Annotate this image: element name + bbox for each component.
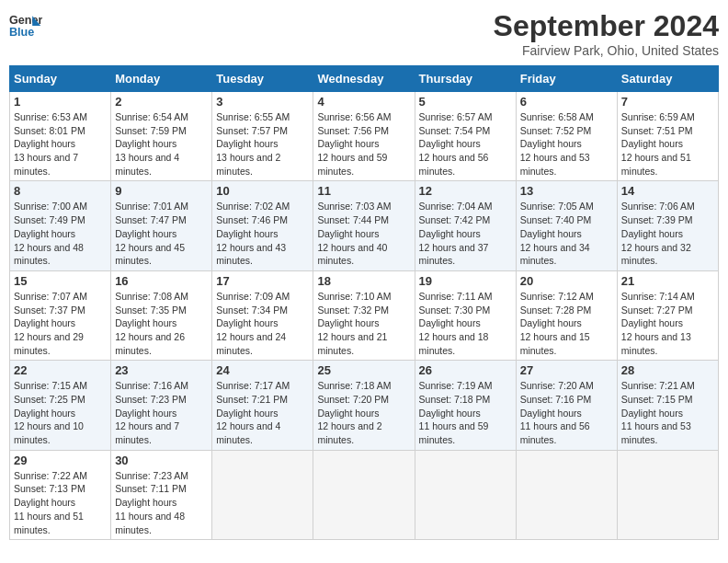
calendar-cell: 8Sunrise: 7:00 AMSunset: 7:49 PMDaylight… xyxy=(10,181,111,270)
calendar-cell: 1Sunrise: 6:53 AMSunset: 8:01 PMDaylight… xyxy=(10,92,111,181)
day-info: Sunrise: 7:10 AMSunset: 7:32 PMDaylight … xyxy=(317,290,410,357)
day-info: Sunrise: 7:14 AMSunset: 7:27 PMDaylight … xyxy=(621,290,714,357)
day-number: 6 xyxy=(520,95,613,109)
calendar-cell xyxy=(313,450,415,539)
calendar-cell: 27Sunrise: 7:20 AMSunset: 7:16 PMDayligh… xyxy=(516,361,617,450)
day-number: 26 xyxy=(419,363,512,377)
day-number: 14 xyxy=(621,184,714,198)
day-info: Sunrise: 7:16 AMSunset: 7:23 PMDaylight … xyxy=(115,379,208,446)
calendar-cell: 5Sunrise: 6:57 AMSunset: 7:54 PMDaylight… xyxy=(415,92,516,181)
calendar-cell: 20Sunrise: 7:12 AMSunset: 7:28 PMDayligh… xyxy=(516,270,617,360)
day-number: 16 xyxy=(115,274,208,288)
calendar-cell: 9Sunrise: 7:01 AMSunset: 7:47 PMDaylight… xyxy=(111,181,212,270)
day-number: 13 xyxy=(520,184,613,198)
svg-text:Blue: Blue xyxy=(9,26,34,39)
day-number: 17 xyxy=(216,274,309,288)
day-number: 15 xyxy=(14,274,107,288)
day-info: Sunrise: 6:57 AMSunset: 7:54 PMDaylight … xyxy=(419,110,512,178)
calendar-cell: 15Sunrise: 7:07 AMSunset: 7:37 PMDayligh… xyxy=(10,270,111,360)
day-header-thursday: Thursday xyxy=(415,66,516,92)
calendar-cell xyxy=(415,450,516,539)
calendar-cell: 3Sunrise: 6:55 AMSunset: 7:57 PMDaylight… xyxy=(212,92,313,181)
day-info: Sunrise: 7:12 AMSunset: 7:28 PMDaylight … xyxy=(520,290,613,357)
day-header-tuesday: Tuesday xyxy=(212,66,313,92)
day-info: Sunrise: 7:03 AMSunset: 7:44 PMDaylight … xyxy=(317,200,410,267)
page-header: General Blue September 2024 Fairview Par… xyxy=(9,9,719,58)
title-section: September 2024 Fairview Park, Ohio, Unit… xyxy=(494,9,719,58)
day-number: 7 xyxy=(621,95,714,109)
day-info: Sunrise: 7:08 AMSunset: 7:35 PMDaylight … xyxy=(115,290,208,357)
day-header-wednesday: Wednesday xyxy=(313,66,415,92)
calendar-cell xyxy=(617,450,718,539)
day-number: 30 xyxy=(115,454,208,467)
calendar-cell: 28Sunrise: 7:21 AMSunset: 7:15 PMDayligh… xyxy=(617,361,718,450)
day-number: 4 xyxy=(317,95,410,109)
day-header-monday: Monday xyxy=(111,66,212,92)
day-number: 20 xyxy=(520,274,613,288)
day-info: Sunrise: 6:59 AMSunset: 7:51 PMDaylight … xyxy=(621,110,714,178)
day-info: Sunrise: 7:18 AMSunset: 7:20 PMDaylight … xyxy=(317,379,410,446)
week-row-3: 15Sunrise: 7:07 AMSunset: 7:37 PMDayligh… xyxy=(10,270,719,360)
calendar-cell: 13Sunrise: 7:05 AMSunset: 7:40 PMDayligh… xyxy=(516,181,617,270)
day-number: 8 xyxy=(14,184,107,198)
page-title: September 2024 xyxy=(494,9,719,43)
day-info: Sunrise: 7:19 AMSunset: 7:18 PMDaylight … xyxy=(419,379,512,446)
day-number: 2 xyxy=(115,95,208,109)
day-info: Sunrise: 7:02 AMSunset: 7:46 PMDaylight … xyxy=(216,200,309,267)
day-info: Sunrise: 7:00 AMSunset: 7:49 PMDaylight … xyxy=(14,200,107,267)
page-subtitle: Fairview Park, Ohio, United States xyxy=(494,43,719,58)
day-info: Sunrise: 7:06 AMSunset: 7:39 PMDaylight … xyxy=(621,200,714,267)
day-info: Sunrise: 6:55 AMSunset: 7:57 PMDaylight … xyxy=(216,110,309,178)
day-number: 23 xyxy=(115,363,208,377)
day-info: Sunrise: 7:17 AMSunset: 7:21 PMDaylight … xyxy=(216,379,309,446)
day-number: 1 xyxy=(14,95,107,109)
header-row: SundayMondayTuesdayWednesdayThursdayFrid… xyxy=(10,66,719,92)
day-info: Sunrise: 6:58 AMSunset: 7:52 PMDaylight … xyxy=(520,110,613,178)
calendar-cell: 11Sunrise: 7:03 AMSunset: 7:44 PMDayligh… xyxy=(313,181,415,270)
calendar-cell: 2Sunrise: 6:54 AMSunset: 7:59 PMDaylight… xyxy=(111,92,212,181)
calendar-cell: 17Sunrise: 7:09 AMSunset: 7:34 PMDayligh… xyxy=(212,270,313,360)
day-number: 10 xyxy=(216,184,309,198)
week-row-2: 8Sunrise: 7:00 AMSunset: 7:49 PMDaylight… xyxy=(10,181,719,270)
day-number: 28 xyxy=(621,363,714,377)
day-number: 12 xyxy=(419,184,512,198)
day-info: Sunrise: 7:07 AMSunset: 7:37 PMDaylight … xyxy=(14,290,107,357)
calendar-cell: 16Sunrise: 7:08 AMSunset: 7:35 PMDayligh… xyxy=(111,270,212,360)
day-info: Sunrise: 7:22 AMSunset: 7:13 PMDaylight … xyxy=(14,469,107,536)
day-number: 11 xyxy=(317,184,410,198)
day-info: Sunrise: 7:04 AMSunset: 7:42 PMDaylight … xyxy=(419,200,512,267)
calendar-cell xyxy=(516,450,617,539)
day-number: 3 xyxy=(216,95,309,109)
logo: General Blue xyxy=(9,9,42,42)
day-info: Sunrise: 7:11 AMSunset: 7:30 PMDaylight … xyxy=(419,290,512,357)
week-row-1: 1Sunrise: 6:53 AMSunset: 8:01 PMDaylight… xyxy=(10,92,719,181)
calendar-table: SundayMondayTuesdayWednesdayThursdayFrid… xyxy=(9,65,719,540)
calendar-cell: 7Sunrise: 6:59 AMSunset: 7:51 PMDaylight… xyxy=(617,92,718,181)
day-info: Sunrise: 7:05 AMSunset: 7:40 PMDaylight … xyxy=(520,200,613,267)
week-row-4: 22Sunrise: 7:15 AMSunset: 7:25 PMDayligh… xyxy=(10,361,719,450)
day-info: Sunrise: 7:09 AMSunset: 7:34 PMDaylight … xyxy=(216,290,309,357)
day-number: 19 xyxy=(419,274,512,288)
day-info: Sunrise: 7:21 AMSunset: 7:15 PMDaylight … xyxy=(621,379,714,446)
day-header-friday: Friday xyxy=(516,66,617,92)
day-info: Sunrise: 7:01 AMSunset: 7:47 PMDaylight … xyxy=(115,200,208,267)
day-number: 24 xyxy=(216,363,309,377)
calendar-cell: 30Sunrise: 7:23 AMSunset: 7:11 PMDayligh… xyxy=(111,450,212,539)
calendar-cell: 21Sunrise: 7:14 AMSunset: 7:27 PMDayligh… xyxy=(617,270,718,360)
calendar-cell: 29Sunrise: 7:22 AMSunset: 7:13 PMDayligh… xyxy=(10,450,111,539)
calendar-cell: 23Sunrise: 7:16 AMSunset: 7:23 PMDayligh… xyxy=(111,361,212,450)
calendar-cell: 12Sunrise: 7:04 AMSunset: 7:42 PMDayligh… xyxy=(415,181,516,270)
calendar-cell: 14Sunrise: 7:06 AMSunset: 7:39 PMDayligh… xyxy=(617,181,718,270)
calendar-cell: 18Sunrise: 7:10 AMSunset: 7:32 PMDayligh… xyxy=(313,270,415,360)
logo-icon: General Blue xyxy=(9,9,42,42)
day-number: 21 xyxy=(621,274,714,288)
day-number: 29 xyxy=(14,454,107,467)
day-number: 22 xyxy=(14,363,107,377)
calendar-cell: 24Sunrise: 7:17 AMSunset: 7:21 PMDayligh… xyxy=(212,361,313,450)
calendar-cell: 25Sunrise: 7:18 AMSunset: 7:20 PMDayligh… xyxy=(313,361,415,450)
day-number: 18 xyxy=(317,274,410,288)
calendar-cell: 6Sunrise: 6:58 AMSunset: 7:52 PMDaylight… xyxy=(516,92,617,181)
calendar-cell: 22Sunrise: 7:15 AMSunset: 7:25 PMDayligh… xyxy=(10,361,111,450)
calendar-cell: 26Sunrise: 7:19 AMSunset: 7:18 PMDayligh… xyxy=(415,361,516,450)
calendar-cell: 4Sunrise: 6:56 AMSunset: 7:56 PMDaylight… xyxy=(313,92,415,181)
